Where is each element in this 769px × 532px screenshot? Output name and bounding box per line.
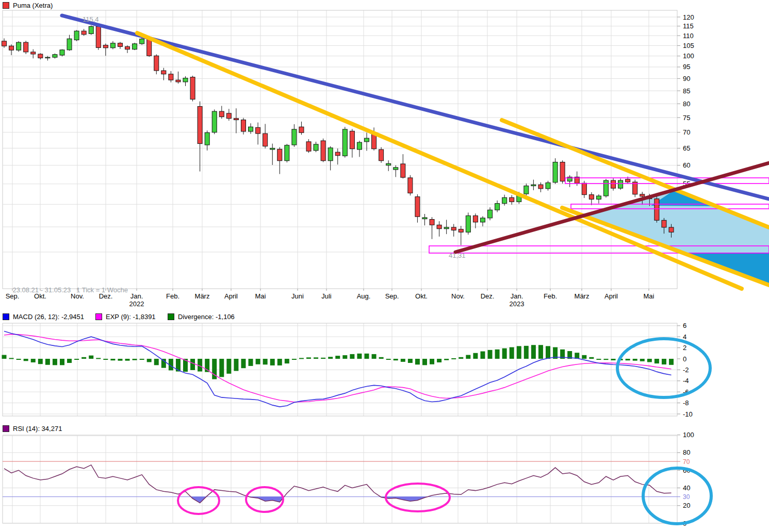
candle-body [488,210,493,218]
macd-histogram-bar [517,346,521,359]
candle-body [350,131,354,148]
candle-body [226,113,231,119]
candle-body [125,46,130,49]
macd-histogram-bar [226,359,231,374]
axis-tick-label: 65 [683,144,690,152]
macd-histogram-bar [647,359,652,362]
macd-histogram-bar [2,355,7,359]
candle-body [219,111,224,117]
candle-body [459,229,463,232]
candle-body [103,45,108,48]
macd-histogram-bar [53,359,57,365]
candle-body [401,164,405,177]
candle-body [553,162,558,182]
axis-tick-label: 2 [683,344,686,352]
footer-range: 23.08.21 - 31.05.23 [12,286,71,294]
high-price-label: 115,4 [83,15,99,23]
axis-tick-label: 105 [683,42,694,49]
macd-histogram-bar [459,357,463,359]
rsi-legend-item: RSI (14): 34,271 [3,425,62,433]
candle-body [299,127,304,132]
candle-body [292,129,297,145]
candle-body [589,195,594,200]
macd-histogram-bar [45,359,50,365]
candle-body [147,39,152,56]
axis-tick-label: Mai [255,292,266,300]
candle-body [17,42,21,50]
support-resistance-zone [565,178,769,184]
axis-tick-label: Juni [291,292,304,300]
candle-body [596,196,601,199]
axis-tick-label: 4 [683,333,686,341]
macd-histogram-bar [256,359,260,364]
exp-legend-label: EXP (9): -1,8391 [106,313,156,321]
candle-body [263,134,268,146]
macd-line [4,331,672,407]
candle-body [89,26,93,34]
axis-tick-label: März [575,292,590,300]
macd-histogram-bar [161,359,166,368]
axis-tick-label: Feb. [166,292,179,300]
candle-body [176,80,181,82]
candle-body [437,225,441,228]
candle-body [81,31,86,35]
candle-body [466,215,470,232]
candle-body [394,168,398,170]
macd-histogram-bar [626,359,630,360]
candle-body [473,215,478,222]
macd-histogram-bar [328,357,333,359]
macd-histogram-bar [662,359,666,364]
candle-body [662,220,666,227]
candle-body [342,129,347,156]
axis-tick-label: Nov. [451,292,465,300]
candle-body [9,46,14,50]
candle-body [495,204,500,210]
macd-histogram-bar [335,356,340,359]
macd-histogram-bar [589,357,594,359]
axis-tick-label: 70 [683,458,690,466]
candle-body [133,44,137,49]
candle-body [249,127,253,131]
macd-histogram-bar [415,359,420,364]
candle-body [603,180,608,196]
axis-tick-label: 115 [683,22,694,30]
rsi-square-icon [3,425,9,432]
candle-body [430,220,434,225]
candle-body [24,42,28,52]
axis-tick-label: Okt. [415,292,428,300]
macd-histogram-bar [118,359,122,361]
exp-square-icon [95,313,102,320]
candle-body [379,149,384,161]
macd-histogram-bar [538,345,543,359]
axis-tick-label: 0 [683,355,686,363]
candle-body [408,178,413,193]
macd-histogram-bar [546,346,550,359]
axis-tick-label: 75 [683,114,690,122]
macd-histogram-bar [234,359,238,371]
candle-body [444,227,449,229]
macd-histogram-bar [306,357,311,359]
axis-tick-label: April [604,292,618,300]
candle-body [524,186,529,194]
axis-tick-label: Dez. [481,292,495,300]
macd-histogram-bar [430,359,434,364]
macd-histogram-bar [190,359,195,370]
candle-body [67,39,72,50]
macd-histogram-bar [24,359,28,361]
candle-body [314,144,318,151]
macd-histogram-bar [154,359,159,365]
macd-histogram-bar [263,359,268,364]
macd-histogram-bar [60,359,64,365]
macd-histogram-bar [531,345,536,359]
macd-histogram-bar [510,347,514,359]
macd-histogram-bar [655,359,659,363]
candle-body [74,31,79,40]
footer-tick-info: 1 Tick = 1 Woche [76,286,128,294]
macd-histogram-bar [9,358,14,359]
candle-body [270,148,275,149]
macd-histogram-bar [96,358,101,359]
macd-histogram-bar [437,359,441,362]
candle-body [626,179,630,182]
candle-body [546,183,550,189]
candle-body [531,185,536,186]
